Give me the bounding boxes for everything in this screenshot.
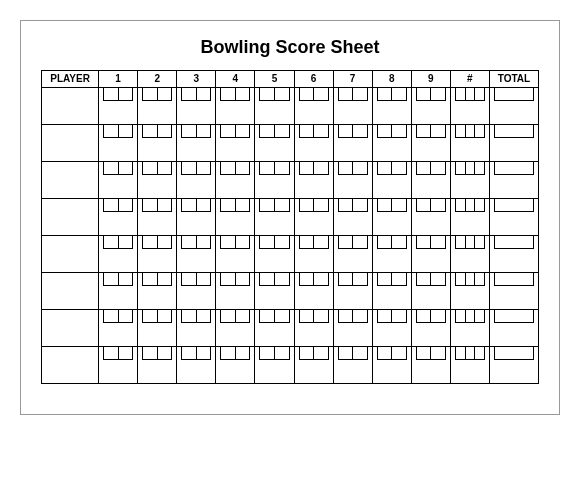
frame-cell[interactable] [372, 125, 411, 162]
ball-box[interactable] [475, 310, 485, 323]
ball-box[interactable] [220, 236, 236, 249]
ball-box[interactable] [103, 199, 119, 212]
ball-box[interactable] [259, 347, 275, 360]
frame-cell[interactable] [138, 125, 177, 162]
ball-box[interactable] [299, 162, 315, 175]
frame-cell[interactable] [99, 236, 138, 273]
frame-cell[interactable] [333, 236, 372, 273]
ball-box[interactable] [220, 162, 236, 175]
ball-box[interactable] [392, 199, 407, 212]
ball-box[interactable] [142, 88, 158, 101]
ball-box[interactable] [197, 236, 212, 249]
ball-box[interactable] [259, 88, 275, 101]
ball-box[interactable] [142, 125, 158, 138]
frame-cell[interactable] [411, 88, 450, 125]
ball-box[interactable] [431, 236, 446, 249]
ball-box[interactable] [299, 199, 315, 212]
ball-box[interactable] [314, 199, 329, 212]
ball-box[interactable] [392, 236, 407, 249]
ball-box[interactable] [299, 88, 315, 101]
frame-cell[interactable] [255, 125, 294, 162]
ball-box[interactable] [466, 310, 476, 323]
ball-box[interactable] [142, 273, 158, 286]
ball-box[interactable] [299, 347, 315, 360]
frame-cell[interactable] [333, 162, 372, 199]
ball-box[interactable] [314, 347, 329, 360]
ball-box[interactable] [392, 162, 407, 175]
ball-box[interactable] [377, 347, 393, 360]
ball-box[interactable] [338, 236, 354, 249]
ball-box[interactable] [416, 88, 432, 101]
frame-cell[interactable] [177, 347, 216, 384]
frame-cell[interactable] [294, 199, 333, 236]
frame-cell[interactable] [450, 236, 489, 273]
ball-box[interactable] [338, 347, 354, 360]
player-name-cell[interactable] [42, 199, 99, 236]
ball-box[interactable] [236, 347, 251, 360]
ball-box[interactable] [377, 273, 393, 286]
ball-box[interactable] [119, 125, 134, 138]
ball-box[interactable] [392, 125, 407, 138]
ball-box[interactable] [220, 347, 236, 360]
ball-box[interactable] [377, 162, 393, 175]
ball-box[interactable] [158, 236, 173, 249]
ball-box[interactable] [299, 236, 315, 249]
frame-cell[interactable] [333, 347, 372, 384]
frame-cell[interactable] [411, 347, 450, 384]
frame-cell[interactable] [333, 310, 372, 347]
ball-box[interactable] [259, 199, 275, 212]
ball-box[interactable] [158, 162, 173, 175]
frame-cell[interactable] [333, 88, 372, 125]
ball-box[interactable] [220, 88, 236, 101]
ball-box[interactable] [197, 162, 212, 175]
ball-box[interactable] [431, 199, 446, 212]
frame-cell[interactable] [450, 310, 489, 347]
ball-box[interactable] [197, 273, 212, 286]
ball-box[interactable] [392, 310, 407, 323]
ball-box[interactable] [475, 199, 485, 212]
ball-box[interactable] [466, 236, 476, 249]
frame-cell[interactable] [333, 273, 372, 310]
ball-box[interactable] [103, 310, 119, 323]
ball-box[interactable] [475, 125, 485, 138]
ball-box[interactable] [455, 236, 466, 249]
ball-box[interactable] [431, 162, 446, 175]
ball-box[interactable] [158, 273, 173, 286]
player-name-cell[interactable] [42, 310, 99, 347]
ball-box[interactable] [466, 162, 476, 175]
ball-box[interactable] [353, 347, 368, 360]
ball-box[interactable] [103, 162, 119, 175]
player-name-cell[interactable] [42, 273, 99, 310]
ball-box[interactable] [455, 125, 466, 138]
frame-cell[interactable] [216, 347, 255, 384]
ball-box[interactable] [220, 199, 236, 212]
ball-box[interactable] [314, 273, 329, 286]
frame-cell[interactable] [294, 310, 333, 347]
ball-box[interactable] [338, 273, 354, 286]
frame-cell[interactable] [99, 273, 138, 310]
ball-box[interactable] [466, 125, 476, 138]
frame-cell[interactable] [255, 347, 294, 384]
ball-box[interactable] [197, 199, 212, 212]
frame-cell[interactable] [255, 199, 294, 236]
frame-cell[interactable] [411, 310, 450, 347]
frame-cell[interactable] [138, 88, 177, 125]
frame-cell[interactable] [99, 125, 138, 162]
ball-box[interactable] [455, 273, 466, 286]
ball-box[interactable] [416, 236, 432, 249]
ball-box[interactable] [475, 88, 485, 101]
frame-cell[interactable] [294, 88, 333, 125]
ball-box[interactable] [103, 88, 119, 101]
ball-box[interactable] [259, 273, 275, 286]
frame-cell[interactable] [450, 88, 489, 125]
ball-box[interactable] [119, 236, 134, 249]
ball-box[interactable] [338, 162, 354, 175]
ball-box[interactable] [353, 125, 368, 138]
frame-cell[interactable] [333, 125, 372, 162]
ball-box[interactable] [142, 236, 158, 249]
ball-box[interactable] [353, 310, 368, 323]
ball-box[interactable] [119, 310, 134, 323]
ball-box[interactable] [431, 88, 446, 101]
frame-cell[interactable] [411, 236, 450, 273]
ball-box[interactable] [466, 347, 476, 360]
